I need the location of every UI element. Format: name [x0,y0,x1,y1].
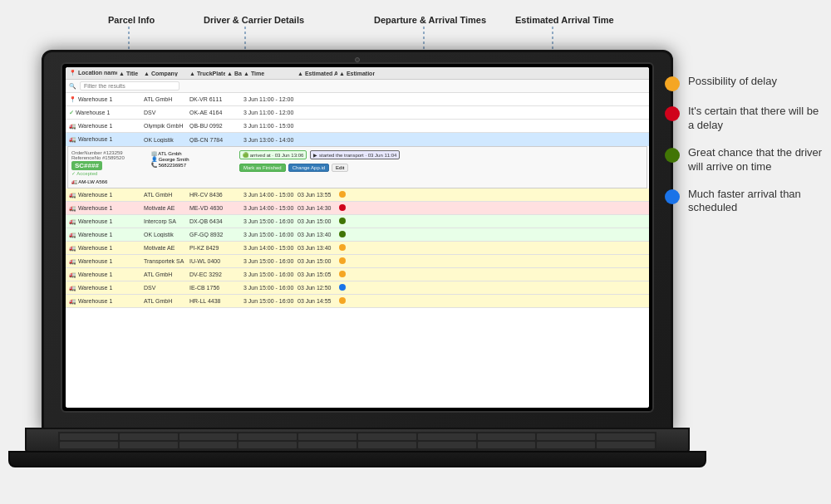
col-header-company: ▲ Company [142,71,188,76]
key [120,442,178,448]
cell-status [337,284,375,291]
cell-location: 🚛 Warehouse 1 [67,123,117,130]
cell-estimated: 03 Jun 15:05 [296,272,337,277]
col-header-status: ▲ Estimation status [337,71,375,76]
expanded-driver-info: 🏢 ATL Gmbh 👤 George Smith 📞 5682236957 [151,150,234,184]
key [60,433,118,440]
cell-location: 🚛 Warehouse 1 [67,258,117,265]
table-row-selected[interactable]: 🚛 Warehouse 1 OK Logistik QB-CN 7784 3 J… [66,133,649,146]
table-row[interactable]: 🚛 Warehouse 1 Olympik GmbH QB-BU 0992 3 … [66,120,649,133]
key [537,433,595,440]
table-row[interactable]: 🚛 Warehouse 1 Motivate AE ME-VD 4630 3 J… [66,202,649,215]
table-row[interactable]: ✓ Warehouse 1 DSV OK-AE 4164 3 Jun 11:00… [66,106,649,120]
cell-estimated: 03 Jun 13:55 [296,192,337,198]
arrived-badge: 🟢 arrived at · 03 Jun 13:06 [239,150,307,159]
search-icon: 🔍 [69,83,76,90]
key [60,442,118,448]
phone-number: 📞 5682236957 [151,162,234,168]
cell-status [337,191,375,198]
key [298,433,356,440]
key [358,442,416,448]
key [358,433,416,440]
truck-icon: 🚛 [69,136,76,142]
cell-truck: DX-QB 6434 [188,218,225,224]
cell-truck: QB-CN 7784 [188,137,225,143]
mark-finished-button[interactable]: Mark as Finished [239,164,286,172]
expanded-order-info: OrderNumber #123259 ReferenceNo #1589520… [71,150,146,184]
cell-location: 🚛 Warehouse 1 [67,245,117,252]
cell-status [337,244,375,252]
cell-time: 3 Jun 13:00 - 14:00 [242,137,296,143]
cell-company: OK Logistik [142,232,188,237]
cell-truck: ME-VD 4630 [188,205,225,211]
cell-time: 3 Jun 11:00 - 12:00 [242,110,296,115]
key [179,442,238,448]
key [179,433,238,440]
cell-time: 3 Jun 15:00 - 16:00 [242,232,296,237]
annotation-estimated-arrival: Estimated Arrival Time [515,15,614,25]
legend-text-green: Great chance that the driver will arrive… [688,146,823,174]
legend-dot-green [665,148,680,163]
table-row[interactable]: 📍 Warehouse 1 ATL GmbH DK-VR 6111 3 Jun … [66,93,649,106]
legend-item-yellow: Possibility of delay [665,75,831,91]
table-row[interactable]: 🚛 Warehouse 1 Motivate AE PI-KZ 8429 3 J… [66,242,649,255]
cell-truck: DV-EC 3292 [188,272,225,277]
cell-status [337,271,375,278]
annotation-driver-carrier: Driver & Carrier Details [204,15,304,25]
cell-status [337,204,375,212]
cell-truck: QB-BU 0992 [188,123,225,129]
key [120,433,178,440]
table-row[interactable]: 🚛 Warehouse 1 ATL GmbH HR-LL 4438 3 Jun … [66,295,649,308]
cell-time: 3 Jun 15:00 - 16:00 [242,258,296,264]
cell-time: 3 Jun 15:00 - 16:00 [242,298,296,304]
cell-location: 🚛 Warehouse 1 [67,298,117,305]
cell-company: Transportek SA [142,258,188,264]
legend-item-green: Great chance that the driver will arrive… [665,146,831,174]
sc-badge-container: SC#### [71,162,146,169]
legend-text-blue: Much faster arrival than scheduled [688,188,823,216]
laptop-keyboard [58,432,656,450]
edit-button[interactable]: Edit [332,164,348,172]
search-bar[interactable]: 🔍 [66,80,649,93]
table-row[interactable]: 🚛 Warehouse 1 ATL GmbH HR-CV 8436 3 Jun … [66,188,649,202]
table-row[interactable]: 🚛 Warehouse 1 Transportek SA IU-WL 0400 … [66,255,649,268]
cell-company: Olympik GmbH [142,123,188,129]
col-header-title: ▲ Title [117,71,142,76]
legend-dot-red [665,106,680,121]
laptop-screen-bezel: 📍 Location name ▲ Title ▲ Company ▲ Truc… [61,62,654,413]
table-row[interactable]: 🚛 Warehouse 1 Intercorp SA DX-QB 6434 3 … [66,215,649,228]
cell-company: ATL GmbH [142,298,188,304]
legend-item-red: It's certain that there will be a delay [665,105,831,133]
table-row[interactable]: 🚛 Warehouse 1 OK Logistik GF-GQ 8932 3 J… [66,228,649,242]
table-row[interactable]: 🚛 Warehouse 1 ATL GmbH DV-EC 3292 3 Jun … [66,268,649,281]
cell-estimated: 03 Jun 13:40 [296,245,337,251]
cell-estimated: 03 Jun 13:40 [296,232,337,237]
cell-location: 🚛 Warehouse 1 [67,192,117,198]
cell-time: 3 Jun 14:00 - 15:00 [242,205,296,211]
expanded-status-info: 🟢 arrived at · 03 Jun 13:06 ▶ started th… [239,150,643,184]
table-row[interactable]: 🚛 Warehouse 1 DSV IE-CB 1756 3 Jun 15:00… [66,281,649,295]
cell-status [337,297,375,305]
truck-icon: 🚛 [69,123,76,129]
check-icon: ✓ [69,110,74,115]
col-header-truck: ▲ TruckPlate [188,71,225,76]
col-header-time: ▲ Time [242,71,296,76]
cell-location: 🚛 Warehouse 1 [67,218,117,225]
laptop-screen: 📍 Location name ▲ Title ▲ Company ▲ Truc… [66,67,649,408]
cell-estimated: 03 Jun 14:30 [296,205,337,211]
cell-truck: GF-GQ 8932 [188,232,225,237]
change-app-button[interactable]: Change App.id [288,164,329,172]
company-name: 🏢 ATL Gmbh [151,150,234,156]
search-input[interactable] [80,81,179,91]
cell-company: Motivate AE [142,245,188,251]
cell-company: Intercorp SA [142,218,188,224]
driver-name: 👤 George Smith [151,156,234,162]
cell-estimated: 03 Jun 14:55 [296,298,337,304]
legend-text-yellow: Possibility of delay [688,75,777,89]
sc-badge: SC#### [71,161,102,170]
cell-truck: IE-CB 1756 [188,285,225,291]
col-header-estimated: ▲ Estimated Arrival [296,71,337,76]
laptop: 📍 Location name ▲ Title ▲ Company ▲ Truc… [42,50,673,482]
keyboard-row-2 [60,442,655,448]
cell-time: 3 Jun 15:00 - 16:00 [242,285,296,291]
